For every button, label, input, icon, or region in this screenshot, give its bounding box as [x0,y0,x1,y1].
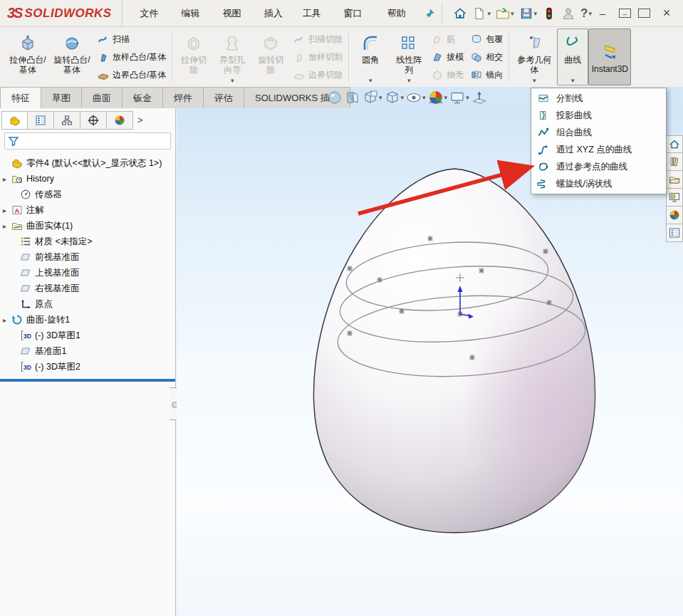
home-button[interactable] [452,5,469,22]
tab-configuration-manager[interactable] [54,111,80,130]
tree-item-surface-revolve[interactable]: ▸ 曲面-旋转1 [0,312,175,328]
help-button[interactable]: ? ▾ [579,5,593,22]
linear-pattern-dropdown-icon[interactable]: ▾ [407,77,411,84]
edit-appearance-button[interactable]: ▾ [427,89,449,106]
filter-input[interactable] [22,135,167,147]
intersect-button[interactable]: 相交 [469,48,505,66]
curves-dropdown-icon[interactable]: ▾ [571,77,575,84]
tab-surfaces[interactable]: 曲面 [82,87,122,108]
task-pane-resources-tab[interactable] [666,153,683,171]
menu-insert[interactable]: 插入(I) [256,0,295,27]
extrude-cut-button[interactable]: 拉伸切除 [174,28,213,85]
minimize-button[interactable]: – [593,7,612,19]
hole-wizard-dropdown-icon[interactable]: ▾ [231,77,234,84]
tree-item-annotations[interactable]: ▸ A 注解 [0,202,175,218]
tree-item-surface-bodies[interactable]: ▸ 曲面实体(1) [0,218,175,234]
view-settings-button[interactable]: ▾ [449,89,470,106]
menu-item-curve-through-xyz-points[interactable]: 通过 XYZ 点的曲线 [531,141,666,158]
loft-boss-button[interactable]: 放样凸台/基体 [95,48,168,66]
menu-help[interactable]: 帮助(H) [380,0,422,27]
curves-button[interactable]: 曲线 ▾ [557,28,588,85]
panel-split-divider[interactable] [0,379,175,382]
tree-item-sensors[interactable]: 传感器 [0,187,175,202]
fillet-dropdown-icon[interactable]: ▾ [369,77,372,84]
open-document-button[interactable]: ▾ [494,5,516,22]
task-pane-design-library-tab[interactable] [666,171,683,189]
rib-button[interactable]: 筋 [429,31,466,48]
task-pane-custom-properties-tab[interactable] [666,224,683,242]
expander-icon[interactable]: ▸ [3,207,11,214]
tree-item-front-plane[interactable]: 前视基准面 [0,249,175,265]
tab-evaluate[interactable]: 评估 [204,87,244,108]
extrude-boss-button[interactable]: 拉伸凸台/基体 [6,28,50,85]
help-dropdown-icon[interactable]: ▾ [588,10,592,17]
tab-dimxpert-manager[interactable] [80,111,107,130]
linear-pattern-button[interactable]: 线性阵列 ▾ [390,28,428,85]
tree-item-3d-sketch2[interactable]: 3D (-) 3D草图2 [0,359,175,375]
revolve-cut-button[interactable]: 旋转切除 [251,28,290,85]
reference-geometry-dropdown-icon[interactable]: ▾ [533,77,536,84]
display-style-button[interactable]: ▾ [384,89,405,106]
wrap-button[interactable]: 包覆 [469,31,505,48]
task-pane-appearances-tab[interactable] [666,207,683,224]
draft-button[interactable]: 拔模 [429,48,466,66]
menu-edit[interactable]: 编辑(E) [173,0,214,27]
tree-item-history[interactable]: ▸ History [0,171,175,187]
new-document-button[interactable]: ▾ [471,5,492,22]
rebuild-button[interactable] [541,5,558,22]
expander-icon[interactable]: ▸ [3,222,11,230]
tree-item-plane1[interactable]: 基准面1 [0,343,175,359]
task-pane-view-palette-tab[interactable] [666,189,683,207]
tree-item-origin[interactable]: 原点 [0,296,175,312]
fillet-button[interactable]: 圆角 ▾ [351,28,390,85]
tab-features[interactable]: 特征 [0,87,41,108]
tab-feature-manager-tree[interactable] [1,111,28,130]
save-dropdown-icon[interactable]: ▾ [534,10,538,17]
user-account-icon[interactable] [560,5,577,22]
open-document-dropdown-icon[interactable]: ▾ [511,10,514,17]
tree-root-part[interactable]: 零件4 (默认<<默认>_显示状态 1>) [0,155,175,171]
tree-item-right-plane[interactable]: 右视基准面 [0,281,175,296]
zoom-to-fit-button[interactable] [326,89,343,106]
menu-view[interactable]: 视图(V) [215,0,256,27]
panel-expand-icon[interactable]: > [137,115,143,125]
menu-item-curve-through-reference-points[interactable]: 通过参考点的曲线 [531,158,666,175]
sweep-button[interactable]: 扫描 [95,31,168,48]
tree-item-material[interactable]: 材质 <未指定> [0,234,175,249]
tab-sketch[interactable]: 草图 [41,87,82,108]
mirror-button[interactable]: 镜向 [469,66,505,84]
tree-item-3d-sketch1[interactable]: 3D (-) 3D草图1 [0,328,175,343]
section-view-button[interactable] [344,89,361,106]
shell-button[interactable]: 抽壳 [429,66,466,84]
reference-geometry-button[interactable]: 参考几何体 ▾ [511,28,557,85]
menu-item-split-line[interactable]: 分割线 [531,90,666,107]
menu-tools[interactable]: 工具(T) [295,0,336,27]
span-displays-button[interactable]: ↔ [619,9,631,18]
close-button[interactable]: × [657,6,676,21]
tab-sheet-metal[interactable]: 钣金 [122,87,163,108]
view-orientation-button[interactable]: ▾ [362,89,383,106]
maximize-button[interactable] [638,9,650,18]
boundary-boss-button[interactable]: 边界凸台/基体 [95,66,168,84]
tab-weldments[interactable]: 焊件 [163,87,204,108]
menu-item-composite-curve[interactable]: 组合曲线 [531,124,666,141]
hole-wizard-button[interactable]: 异型孔向导 ▾ [213,28,251,85]
pin-menu-icon[interactable] [422,6,437,21]
revolve-boss-button[interactable]: 旋转凸台/基体 [50,28,94,85]
expander-icon[interactable]: ▸ [3,175,11,183]
tab-display-manager[interactable] [107,111,133,130]
save-button[interactable]: ▾ [518,5,539,22]
menu-item-projected-curve[interactable]: 投影曲线 [531,107,666,124]
3d-drawing-view-button[interactable] [471,89,488,106]
expander-icon[interactable]: ▸ [3,316,11,324]
new-document-dropdown-icon[interactable]: ▾ [487,10,491,17]
hide-show-items-button[interactable]: ▾ [405,89,427,106]
boundary-cut-button[interactable]: 边界切除 [291,66,345,84]
menu-item-helix-spiral[interactable]: 螺旋线/涡状线 [531,175,666,192]
instant3d-button[interactable]: Instant3D [588,28,631,85]
loft-cut-button[interactable]: 放样切割 [291,48,345,66]
task-pane-home-tab[interactable] [666,135,683,153]
menu-file[interactable]: 文件(F) [132,0,174,27]
menu-window[interactable]: 窗口(W) [335,0,379,27]
tree-item-top-plane[interactable]: 上视基准面 [0,265,175,281]
